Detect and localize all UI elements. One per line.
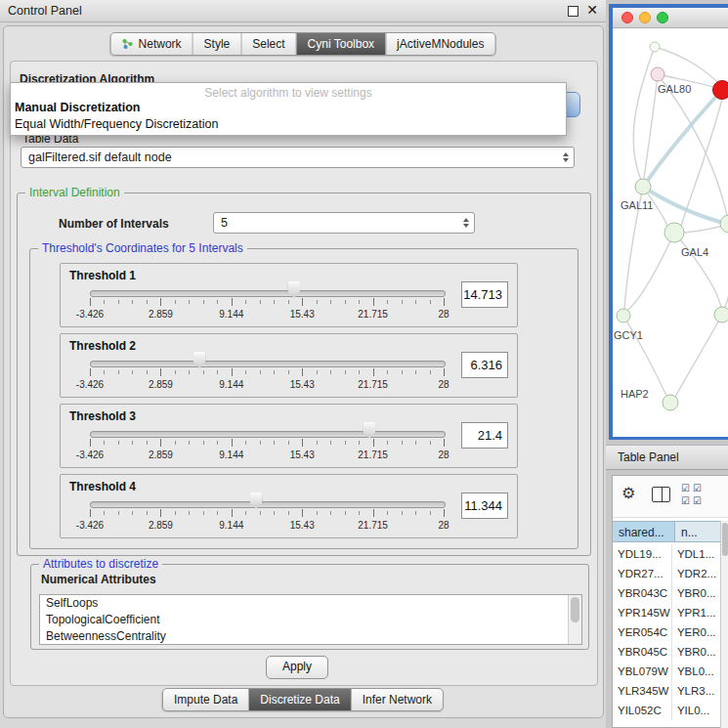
algorithm-hint: Select algorithm to view settings <box>11 83 566 100</box>
table-row[interactable]: YBR045CYBR0... <box>613 642 728 662</box>
threshold-4-slider-thumb[interactable] <box>250 492 263 509</box>
table-data-combo[interactable]: galFiltered.sif default node <box>21 147 575 168</box>
tab-infer-network-label: Infer Network <box>363 693 432 707</box>
cyni-content-panel: Table Data galFiltered.sif default node … <box>10 61 598 686</box>
bottom-tabbar: Impute Data Discretize Data Infer Networ… <box>162 688 444 711</box>
threshold-4-box: Threshold 4 -3.4262.8599.14415.4321.7152… <box>60 474 518 538</box>
node-label: GAL80 <box>658 83 691 95</box>
gear-icon[interactable]: ⚙ <box>621 484 635 502</box>
tab-infer-network[interactable]: Infer Network <box>352 689 443 710</box>
tab-network-label: Network <box>139 37 182 51</box>
checkbox-icon[interactable]: ☑ <box>693 483 705 495</box>
column-header-shared-name[interactable]: shared... <box>613 521 675 542</box>
combo-stepper-icon <box>463 218 469 228</box>
columns-icon[interactable] <box>652 487 670 502</box>
table-row[interactable]: YIL052CYIL0... <box>613 701 728 720</box>
node[interactable] <box>651 67 664 81</box>
table-data-combo-value: galFiltered.sif default node <box>28 150 172 164</box>
checkbox-icon[interactable]: ☑ <box>693 495 705 508</box>
window-title: Control Panel <box>8 4 82 18</box>
tab-discretize-data[interactable]: Discretize Data <box>249 689 351 710</box>
network-window-titlebar <box>613 8 728 28</box>
algorithm-dropdown-popup: Select algorithm to view settings Manual… <box>10 82 567 136</box>
table-row[interactable]: YBR043CYBR0... <box>613 583 728 603</box>
node[interactable] <box>663 395 678 410</box>
table-panel-title: Table Panel <box>618 450 679 464</box>
node-label: GAL4 <box>681 246 708 258</box>
node-label: HAP2 <box>621 388 649 400</box>
node-selected-red[interactable] <box>713 81 728 100</box>
table-header-row: shared... n... <box>613 521 728 542</box>
scrollbar-thumb[interactable] <box>722 523 728 556</box>
table-row[interactable]: YDL19...YDL1... <box>613 544 728 564</box>
table-scrollbar[interactable] <box>720 521 728 728</box>
tab-style-label: Style <box>204 37 231 51</box>
node[interactable] <box>720 215 728 233</box>
network-nodes[interactable] <box>617 42 728 410</box>
table-row[interactable]: YPR145WYPR1... <box>613 603 728 622</box>
tab-network[interactable]: Network <box>111 33 193 55</box>
numerical-attributes-list: SelfLoops TopologicalCoefficient Between… <box>39 594 582 645</box>
tab-jactivemnodules-label: jActiveMNodules <box>397 37 484 51</box>
node[interactable] <box>635 179 651 194</box>
num-intervals-value: 5 <box>221 216 228 230</box>
combo-stepper-icon <box>563 152 569 162</box>
threshold-2-slider-thumb[interactable] <box>193 352 206 368</box>
tab-discretize-data-label: Discretize Data <box>260 693 339 707</box>
node[interactable] <box>617 309 630 322</box>
list-item[interactable]: TopologicalCoefficient <box>40 612 581 628</box>
checkbox-icons[interactable]: ☑ ☑ ☑ ☑ <box>681 483 707 508</box>
threshold-1-slider-thumb[interactable] <box>287 281 300 298</box>
interval-definition-title: Interval Definition <box>25 186 124 199</box>
node[interactable] <box>664 223 684 242</box>
threshold-1-value-field[interactable]: 14.713 <box>461 281 508 308</box>
tab-jactivemnodules[interactable]: jActiveMNodules <box>386 33 494 55</box>
network-icon <box>122 38 134 50</box>
numerical-attributes-heading: Numerical Attributes <box>41 573 156 586</box>
attributes-group-title: Attributes to discretize <box>39 557 162 571</box>
threshold-2-value-field[interactable]: 6.316 <box>461 352 508 378</box>
table-row[interactable]: YBL079WYBL0... <box>613 662 728 681</box>
interval-definition-group: Interval Definition Number of Intervals … <box>17 193 591 556</box>
close-icon[interactable]: ✕ <box>586 2 598 18</box>
close-traffic-icon[interactable] <box>621 12 633 23</box>
tab-cyni-toolbox[interactable]: Cyni Toolbox <box>297 33 386 55</box>
node[interactable] <box>650 42 660 52</box>
node-label: GAL11 <box>621 199 653 211</box>
threshold-2-box: Threshold 2 -3.4262.8599.14415.4321.7152… <box>60 333 518 398</box>
scrollbar-thumb[interactable] <box>571 597 579 622</box>
network-canvas[interactable]: GAL80 GAL11 GAL4 GCY1 HAP2 <box>613 28 728 437</box>
apply-button[interactable]: Apply <box>266 656 328 679</box>
threshold-1-box: Threshold 1 -3.4262.8599.14415.4321.7152… <box>60 263 518 327</box>
threshold-3-box: Threshold 3 -3.4262.8599.14415.4321.7152… <box>60 404 518 468</box>
list-item[interactable]: SelfLoops <box>40 595 581 612</box>
tab-impute-data[interactable]: Impute Data <box>163 689 249 710</box>
num-intervals-combo[interactable]: 5 <box>213 212 475 234</box>
checkbox-icon[interactable]: ☑ <box>681 483 693 495</box>
threshold-3-slider-thumb[interactable] <box>363 422 375 439</box>
table-panel-card: ⚙ ☑ ☑ ☑ ☑ shared... n... YDL19...YDL1...… <box>612 475 728 728</box>
table-row[interactable]: YDR27...YDR2... <box>613 564 728 583</box>
threshold-4-value-field[interactable]: 11.344 <box>461 492 508 519</box>
threshold-3-value-field[interactable]: 21.4 <box>461 422 508 449</box>
minimize-traffic-icon[interactable] <box>639 12 651 23</box>
checkbox-icon[interactable]: ☑ <box>681 495 693 508</box>
tab-select-label: Select <box>252 37 284 51</box>
table-row[interactable]: YLR345WYLR3... <box>613 681 728 701</box>
algorithm-option-equal-width[interactable]: Equal Width/Frequency Discretization <box>11 116 566 133</box>
node[interactable] <box>714 307 728 322</box>
table-row[interactable]: YER054CYER0... <box>613 622 728 642</box>
list-scrollbar[interactable] <box>568 595 581 644</box>
list-item[interactable]: BetweennessCentrality <box>40 628 581 645</box>
tab-select[interactable]: Select <box>241 33 296 55</box>
thresholds-group-title: Threshold's Coordinates for 5 Intervals <box>38 241 247 255</box>
tab-style[interactable]: Style <box>193 33 242 55</box>
minimize-icon[interactable] <box>568 6 578 17</box>
zoom-traffic-icon[interactable] <box>657 12 668 23</box>
table-body: YDL19...YDL1... YDR27...YDR2... YBR043CY… <box>613 544 728 720</box>
table-panel-header: Table Panel <box>606 445 728 470</box>
algorithm-option-manual[interactable]: Manual Discretization <box>11 100 566 116</box>
tab-impute-data-label: Impute Data <box>174 693 237 707</box>
network-view-window: GAL80 GAL11 GAL4 GCY1 HAP2 <box>609 4 728 440</box>
thresholds-group: Threshold's Coordinates for 5 Intervals … <box>29 248 578 549</box>
